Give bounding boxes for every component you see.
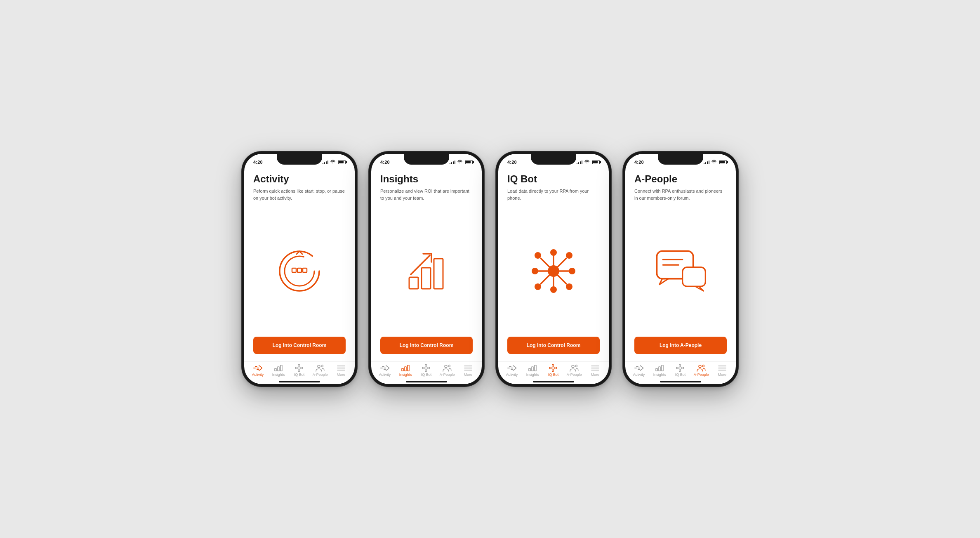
notch — [277, 154, 322, 165]
nav-label-apeople-4: A-People — [694, 373, 709, 377]
screen-content-insights: Insights Personalize and view ROI that a… — [371, 169, 482, 361]
insights-nav-icon — [274, 364, 283, 372]
svg-point-11 — [299, 371, 300, 372]
page-description-activity: Peform quick actions like start, stop, o… — [253, 188, 346, 201]
status-time-apeople: 4:20 — [634, 160, 644, 165]
iqbot-nav-icon-3 — [549, 364, 558, 372]
nav-item-iqbot-4[interactable]: IQ Bot — [673, 364, 688, 377]
apeople-nav-icon-2 — [443, 364, 452, 372]
svg-rect-25 — [422, 268, 431, 289]
svg-rect-27 — [402, 368, 403, 371]
svg-rect-83 — [683, 267, 706, 286]
nav-item-activity-3[interactable]: Activity — [504, 364, 519, 377]
svg-point-97 — [702, 365, 704, 367]
cta-button-iqbot[interactable]: Log into Control Room — [507, 337, 600, 354]
insights-main-icon — [402, 246, 451, 296]
iqbot-nav-icon — [294, 364, 304, 372]
insights-nav-icon-2 — [401, 364, 410, 372]
signal-icon-insights — [450, 160, 456, 164]
nav-item-apeople[interactable]: A-People — [313, 364, 328, 377]
cta-button-activity[interactable]: Log into Control Room — [253, 337, 346, 354]
status-icons-iqbot — [577, 160, 600, 165]
phone-activity: 4:20 Activity — [242, 151, 357, 387]
phones-container: 4:20 Activity — [242, 151, 738, 387]
page-description-insights: Personalize and view ROI that are import… — [380, 188, 473, 201]
svg-rect-85 — [659, 367, 660, 371]
svg-line-54 — [541, 258, 549, 267]
svg-line-60 — [558, 275, 566, 284]
svg-rect-63 — [532, 367, 533, 371]
svg-point-33 — [422, 368, 424, 369]
more-nav-icon — [337, 364, 346, 372]
nav-item-apeople-2[interactable]: A-People — [440, 364, 455, 377]
svg-point-10 — [299, 364, 300, 366]
activity-icon-area — [253, 205, 346, 337]
svg-point-19 — [321, 365, 323, 367]
nav-label-activity-2: Activity — [379, 373, 391, 377]
nav-label-insights-3: Insights — [526, 373, 539, 377]
nav-item-insights[interactable]: Insights — [271, 364, 286, 377]
page-description-iqbot: Load data directly to your RPA from your… — [507, 188, 600, 201]
home-indicator-apeople — [660, 381, 701, 382]
svg-point-74 — [572, 365, 574, 368]
nav-item-apeople-3[interactable]: A-People — [567, 364, 582, 377]
svg-point-75 — [575, 365, 577, 367]
svg-point-90 — [676, 368, 678, 369]
wifi-icon-apeople — [711, 160, 716, 165]
svg-point-57 — [566, 252, 572, 259]
cta-button-apeople[interactable]: Log into A-People — [634, 337, 727, 354]
svg-point-1 — [280, 251, 319, 291]
nav-item-insights-3[interactable]: Insights — [525, 364, 540, 377]
svg-point-34 — [429, 368, 430, 369]
svg-point-12 — [295, 368, 297, 369]
nav-item-iqbot-3[interactable]: IQ Bot — [546, 364, 561, 377]
nav-item-insights-4[interactable]: Insights — [652, 364, 667, 377]
nav-item-more-2[interactable]: More — [461, 364, 476, 377]
nav-item-more-3[interactable]: More — [588, 364, 603, 377]
status-icons-apeople — [704, 160, 727, 165]
svg-rect-29 — [408, 365, 409, 371]
nav-item-iqbot-2[interactable]: IQ Bot — [419, 364, 433, 377]
svg-point-32 — [426, 371, 427, 372]
nav-item-apeople-4[interactable]: A-People — [694, 364, 709, 377]
nav-item-activity-2[interactable]: Activity — [377, 364, 392, 377]
nav-item-more[interactable]: More — [334, 364, 349, 377]
svg-point-89 — [680, 371, 681, 372]
nav-label-activity-4: Activity — [633, 373, 645, 377]
battery-icon-iqbot — [592, 160, 600, 164]
nav-item-insights-2[interactable]: Insights — [398, 364, 413, 377]
cta-button-insights[interactable]: Log into Control Room — [380, 337, 473, 354]
svg-rect-84 — [656, 368, 657, 371]
signal-icon-iqbot — [577, 160, 583, 164]
svg-point-67 — [553, 371, 554, 372]
bottom-nav-insights: Activity Insights — [371, 361, 482, 381]
more-nav-icon-2 — [464, 364, 473, 372]
wifi-icon-insights — [457, 160, 462, 165]
nav-label-insights-4: Insights — [653, 373, 666, 377]
nav-item-activity-4[interactable]: Activity — [631, 364, 646, 377]
svg-point-65 — [552, 367, 554, 369]
nav-label-iqbot-2: IQ Bot — [421, 373, 432, 377]
svg-rect-24 — [409, 277, 418, 289]
svg-point-23 — [459, 163, 460, 163]
svg-rect-6 — [275, 368, 276, 371]
nav-label-more: More — [337, 373, 346, 377]
page-title-activity: Activity — [253, 174, 346, 184]
svg-line-58 — [541, 275, 549, 284]
svg-point-53 — [569, 268, 575, 274]
svg-point-66 — [553, 364, 554, 366]
more-nav-icon-3 — [591, 364, 600, 372]
nav-item-iqbot[interactable]: IQ Bot — [292, 364, 306, 377]
battery-icon-apeople — [719, 160, 727, 164]
activity-main-icon — [273, 244, 326, 298]
nav-label-activity-3: Activity — [506, 373, 518, 377]
svg-point-18 — [318, 365, 320, 368]
nav-item-activity[interactable]: Activity — [250, 364, 265, 377]
nav-label-insights-2: Insights — [399, 373, 412, 377]
apeople-icon-area — [634, 205, 727, 337]
nav-item-more-4[interactable]: More — [715, 364, 730, 377]
status-time: 4:20 — [253, 160, 263, 165]
svg-point-31 — [426, 364, 427, 366]
svg-rect-7 — [278, 367, 279, 371]
status-time-insights: 4:20 — [380, 160, 390, 165]
